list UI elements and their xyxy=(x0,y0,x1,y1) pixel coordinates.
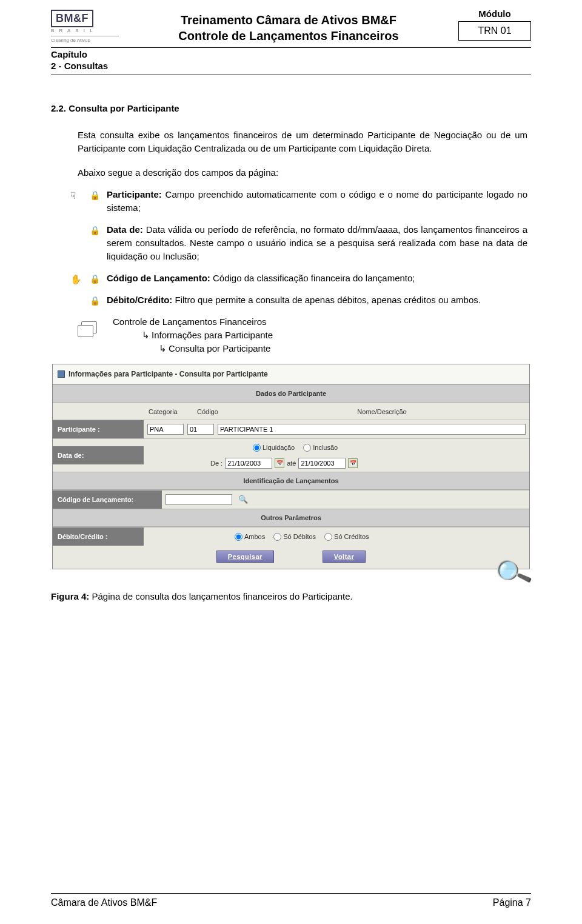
lock-icon: 🔒 xyxy=(90,294,100,307)
hand-icon: ✋ xyxy=(70,273,82,286)
label-debito-credito: Débito/Crédito : xyxy=(53,527,144,546)
row-participante: Participante : xyxy=(53,420,529,438)
logo-country: B R A S I L xyxy=(51,28,119,33)
bullet-data-de: 🔒 Data de: Data válida ou período de ref… xyxy=(72,223,527,263)
input-codigo-lanc[interactable] xyxy=(166,494,232,505)
calendar-icon[interactable]: 📅 xyxy=(348,458,358,468)
col-codigo: Código xyxy=(197,405,239,418)
radio-liquidacao[interactable]: Liquidação xyxy=(253,441,295,454)
cards-icon xyxy=(78,315,102,337)
lock-icon: 🔒 xyxy=(90,272,100,286)
radio-inclusao-input[interactable] xyxy=(303,444,311,452)
bullet-title: Data de: xyxy=(107,224,143,235)
column-headers: Categoria Código Nome/Descrição xyxy=(53,403,529,420)
row-codigo-lancamento: Código de Lançamento: 🔍 xyxy=(53,490,529,509)
calendar-icon[interactable]: 📅 xyxy=(275,458,284,468)
label-codigo-lanc: Código de Lançamento: xyxy=(53,490,162,509)
input-date-to[interactable] xyxy=(298,458,346,469)
figure-text: Página de consulta dos lançamentos finan… xyxy=(89,591,352,601)
bullet-title: Débito/Crédito: xyxy=(107,295,172,305)
bullet-text: Data válida ou período de referência, no… xyxy=(107,224,527,261)
form-screenshot: Informações para Participante - Consulta… xyxy=(52,364,530,569)
figure-label: Figura 4: xyxy=(51,591,89,601)
navigation-path: Controle de Lançamentos Financeiros ↳Inf… xyxy=(78,315,531,355)
magnifier-icon: 🔍 xyxy=(495,560,531,584)
section-dados-participante: Dados do Participante xyxy=(53,384,529,403)
bullet-participante: ☟ 🔒 Participante: Campo preenchido autom… xyxy=(72,188,527,215)
section-title: 2.2. Consulta por Participante xyxy=(51,102,531,115)
nav-line-2: Informações para Participante xyxy=(152,330,273,340)
bullet-codigo-lancamento: ✋ 🔒 Código de Lançamento: Código da clas… xyxy=(72,272,527,285)
radio-ambos-input[interactable] xyxy=(235,533,242,541)
logo-text: BM&F xyxy=(51,10,93,27)
window-icon xyxy=(58,370,65,378)
radio-so-debitos[interactable]: Só Débitos xyxy=(273,530,316,543)
label-data-de: Data de: xyxy=(53,446,144,464)
input-date-from[interactable] xyxy=(225,458,272,469)
radio-inclusao[interactable]: Inclusão xyxy=(303,441,338,454)
input-codigo[interactable] xyxy=(187,424,214,435)
label-de: De : xyxy=(210,457,222,470)
radio-so-debitos-input[interactable] xyxy=(273,533,281,541)
nav-line-3: Consulta por Participante xyxy=(169,343,270,353)
footer-left: Câmara de Ativos BM&F xyxy=(51,897,157,908)
col-categoria: Categoria xyxy=(149,405,197,418)
pointer-icon: ☟ xyxy=(70,189,76,203)
bullet-title: Participante: xyxy=(107,189,162,199)
label-participante: Participante : xyxy=(53,420,144,438)
logo-subtitle: Clearing de Ativos xyxy=(51,38,119,43)
bullet-text: Código da classificação financeira do la… xyxy=(210,273,415,283)
bullet-title: Código de Lançamento: xyxy=(107,273,210,283)
bullet-text: Filtro que permite a consulta de apenas … xyxy=(172,295,481,305)
chapter-label: Capítulo xyxy=(51,49,531,59)
radio-ambos[interactable]: Ambos xyxy=(235,530,265,543)
pesquisar-button[interactable]: Pesquisar xyxy=(216,551,274,563)
lead-paragraph: Abaixo segue a descrição dos campos da p… xyxy=(78,166,531,179)
bullet-text: Campo preenchido automaticamente com o c… xyxy=(107,189,527,213)
logo: BM&F B R A S I L Clearing de Ativos xyxy=(51,8,119,43)
page-footer: Câmara de Ativos BM&F Página 7 xyxy=(51,893,531,908)
window-title-text: Informações para Participante - Consulta… xyxy=(69,367,268,381)
nav-line-1: Controle de Lançamentos Financeiros xyxy=(113,315,273,329)
radio-so-creditos-input[interactable] xyxy=(324,533,332,541)
module-label: Módulo xyxy=(458,8,531,19)
label-ate: até xyxy=(287,457,296,470)
bullet-debito-credito: 🔒 Débito/Crédito: Filtro que permite a c… xyxy=(72,293,527,307)
voltar-button[interactable]: Voltar xyxy=(323,551,366,563)
arrow-icon: ↳ xyxy=(142,329,152,342)
section-identificacao: Identificação de Lançamentos xyxy=(53,472,529,490)
row-debito-credito: Débito/Crédito : Ambos Só Débitos Só Cré… xyxy=(53,527,529,546)
chapter-value: 2 - Consultas xyxy=(51,61,531,71)
page-header: BM&F B R A S I L Clearing de Ativos Trei… xyxy=(51,8,531,44)
binoculars-icon[interactable]: 🔍 xyxy=(236,493,248,506)
header-title-line1: Treinamento Câmara de Ativos BM&F xyxy=(125,12,452,28)
module-code: TRN 01 xyxy=(458,21,531,41)
header-title: Treinamento Câmara de Ativos BM&F Contro… xyxy=(125,8,452,44)
header-title-line2: Controle de Lançamentos Financeiros xyxy=(125,28,452,44)
lock-icon: 🔒 xyxy=(90,224,100,237)
row-data-de: Data de: Liquidação Inclusão De : 📅 até … xyxy=(53,438,529,472)
arrow-icon: ↳ xyxy=(159,342,169,355)
lock-icon: 🔒 xyxy=(90,189,100,202)
section-outros: Outros Parâmetros xyxy=(53,509,529,527)
footer-right: Página 7 xyxy=(493,897,531,908)
intro-paragraph: Esta consulta exibe os lançamentos finan… xyxy=(78,129,531,155)
form-window-title: Informações para Participante - Consulta… xyxy=(53,364,529,384)
chapter-block: Capítulo 2 - Consultas xyxy=(51,49,531,71)
field-description-list: ☟ 🔒 Participante: Campo preenchido autom… xyxy=(72,188,531,307)
input-categoria[interactable] xyxy=(147,424,184,435)
input-nome[interactable] xyxy=(218,424,526,435)
radio-so-creditos[interactable]: Só Créditos xyxy=(324,530,369,543)
col-nome: Nome/Descrição xyxy=(239,405,524,418)
module-box: Módulo TRN 01 xyxy=(458,8,531,41)
figure-caption: Figura 4: Página de consulta dos lançame… xyxy=(51,590,531,603)
radio-liquidacao-input[interactable] xyxy=(253,444,261,452)
